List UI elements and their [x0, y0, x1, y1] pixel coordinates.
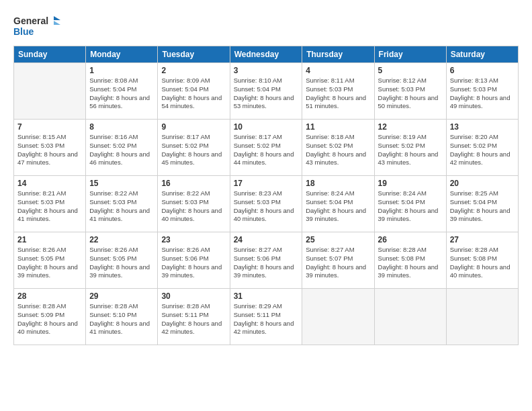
calendar-week-1: 1Sunrise: 8:08 AM Sunset: 5:04 PM Daylig… — [14, 63, 519, 120]
calendar-cell: 8Sunrise: 8:16 AM Sunset: 5:02 PM Daylig… — [86, 120, 158, 176]
calendar-cell: 25Sunrise: 8:27 AM Sunset: 5:07 PM Dayli… — [302, 232, 374, 289]
calendar-cell: 11Sunrise: 8:18 AM Sunset: 5:02 PM Dayli… — [302, 120, 374, 176]
day-info: Sunrise: 8:28 AM Sunset: 5:11 PM Dayligh… — [161, 302, 226, 336]
calendar-cell: 28Sunrise: 8:28 AM Sunset: 5:09 PM Dayli… — [14, 289, 86, 345]
day-info: Sunrise: 8:08 AM Sunset: 5:04 PM Dayligh… — [89, 77, 154, 111]
day-info: Sunrise: 8:23 AM Sunset: 5:03 PM Dayligh… — [234, 189, 299, 224]
day-number: 29 — [89, 291, 154, 301]
day-number: 12 — [378, 122, 443, 132]
calendar-cell: 19Sunrise: 8:24 AM Sunset: 5:04 PM Dayli… — [374, 176, 446, 232]
weekday-header-row: SundayMondayTuesdayWednesdayThursdayFrid… — [14, 46, 519, 63]
day-info: Sunrise: 8:16 AM Sunset: 5:02 PM Dayligh… — [89, 133, 154, 167]
day-info: Sunrise: 8:24 AM Sunset: 5:04 PM Dayligh… — [378, 189, 443, 224]
day-info: Sunrise: 8:27 AM Sunset: 5:07 PM Dayligh… — [306, 246, 370, 280]
day-number: 19 — [378, 179, 443, 188]
day-info: Sunrise: 8:28 AM Sunset: 5:08 PM Dayligh… — [450, 246, 515, 280]
day-number: 7 — [17, 122, 82, 132]
calendar-cell: 17Sunrise: 8:23 AM Sunset: 5:03 PM Dayli… — [230, 176, 302, 232]
calendar-cell: 7Sunrise: 8:15 AM Sunset: 5:03 PM Daylig… — [14, 120, 86, 176]
day-number: 11 — [306, 122, 370, 132]
day-number: 24 — [234, 235, 299, 244]
day-number: 3 — [234, 66, 299, 75]
day-number: 1 — [89, 66, 154, 75]
calendar-cell — [374, 289, 446, 345]
weekday-header-monday: Monday — [86, 46, 158, 63]
day-info: Sunrise: 8:20 AM Sunset: 5:02 PM Dayligh… — [450, 133, 515, 167]
weekday-header-friday: Friday — [374, 46, 446, 63]
day-info: Sunrise: 8:26 AM Sunset: 5:06 PM Dayligh… — [161, 246, 226, 280]
day-info: Sunrise: 8:25 AM Sunset: 5:04 PM Dayligh… — [450, 189, 515, 224]
day-info: Sunrise: 8:26 AM Sunset: 5:05 PM Dayligh… — [89, 246, 154, 280]
day-info: Sunrise: 8:15 AM Sunset: 5:03 PM Dayligh… — [17, 133, 82, 167]
calendar-cell: 29Sunrise: 8:28 AM Sunset: 5:10 PM Dayli… — [86, 289, 158, 345]
day-number: 26 — [378, 235, 443, 244]
day-number: 28 — [17, 291, 82, 301]
calendar-cell: 22Sunrise: 8:26 AM Sunset: 5:05 PM Dayli… — [86, 232, 158, 289]
calendar-cell: 26Sunrise: 8:28 AM Sunset: 5:08 PM Dayli… — [374, 232, 446, 289]
calendar-cell: 13Sunrise: 8:20 AM Sunset: 5:02 PM Dayli… — [446, 120, 518, 176]
day-number: 22 — [89, 235, 154, 244]
weekday-header-saturday: Saturday — [446, 46, 518, 63]
calendar-cell: 30Sunrise: 8:28 AM Sunset: 5:11 PM Dayli… — [158, 289, 230, 345]
svg-text:General: General — [13, 15, 48, 26]
day-number: 15 — [89, 179, 154, 188]
calendar-cell: 20Sunrise: 8:25 AM Sunset: 5:04 PM Dayli… — [446, 176, 518, 232]
calendar-week-2: 7Sunrise: 8:15 AM Sunset: 5:03 PM Daylig… — [14, 120, 519, 176]
day-number: 31 — [234, 291, 299, 301]
day-number: 4 — [306, 66, 370, 75]
day-info: Sunrise: 8:28 AM Sunset: 5:10 PM Dayligh… — [89, 302, 154, 336]
weekday-header-thursday: Thursday — [302, 46, 374, 63]
day-info: Sunrise: 8:22 AM Sunset: 5:03 PM Dayligh… — [89, 189, 154, 224]
day-number: 23 — [161, 235, 226, 244]
calendar-cell: 2Sunrise: 8:09 AM Sunset: 5:04 PM Daylig… — [158, 63, 230, 120]
calendar-cell: 9Sunrise: 8:17 AM Sunset: 5:02 PM Daylig… — [158, 120, 230, 176]
day-number: 30 — [161, 291, 226, 301]
day-info: Sunrise: 8:17 AM Sunset: 5:02 PM Dayligh… — [161, 133, 226, 167]
day-number: 17 — [234, 179, 299, 188]
day-info: Sunrise: 8:13 AM Sunset: 5:03 PM Dayligh… — [450, 77, 515, 111]
day-info: Sunrise: 8:29 AM Sunset: 5:11 PM Dayligh… — [234, 302, 299, 336]
day-info: Sunrise: 8:11 AM Sunset: 5:03 PM Dayligh… — [306, 77, 370, 111]
day-info: Sunrise: 8:27 AM Sunset: 5:06 PM Dayligh… — [234, 246, 299, 280]
day-number: 9 — [161, 122, 226, 132]
day-number: 21 — [17, 235, 82, 244]
day-number: 10 — [234, 122, 299, 132]
calendar-cell: 5Sunrise: 8:12 AM Sunset: 5:03 PM Daylig… — [374, 63, 446, 120]
day-info: Sunrise: 8:18 AM Sunset: 5:02 PM Dayligh… — [306, 133, 370, 167]
calendar-cell: 3Sunrise: 8:10 AM Sunset: 5:04 PM Daylig… — [230, 63, 302, 120]
day-number: 25 — [306, 235, 370, 244]
svg-marker-2 — [54, 21, 60, 25]
calendar-cell: 10Sunrise: 8:17 AM Sunset: 5:02 PM Dayli… — [230, 120, 302, 176]
day-info: Sunrise: 8:26 AM Sunset: 5:05 PM Dayligh… — [17, 246, 82, 280]
weekday-header-sunday: Sunday — [14, 46, 86, 63]
page: GeneralBlue SundayMondayTuesdayWednesday… — [0, 0, 532, 411]
day-info: Sunrise: 8:12 AM Sunset: 5:03 PM Dayligh… — [378, 77, 443, 111]
header: GeneralBlue — [13, 12, 519, 39]
calendar-cell: 1Sunrise: 8:08 AM Sunset: 5:04 PM Daylig… — [86, 63, 158, 120]
calendar-cell: 23Sunrise: 8:26 AM Sunset: 5:06 PM Dayli… — [158, 232, 230, 289]
day-number: 27 — [450, 235, 515, 244]
logo: GeneralBlue — [13, 12, 62, 39]
day-info: Sunrise: 8:19 AM Sunset: 5:02 PM Dayligh… — [378, 133, 443, 167]
day-number: 18 — [306, 179, 370, 188]
svg-text:Blue: Blue — [13, 26, 34, 37]
calendar-cell: 27Sunrise: 8:28 AM Sunset: 5:08 PM Dayli… — [446, 232, 518, 289]
day-info: Sunrise: 8:22 AM Sunset: 5:03 PM Dayligh… — [161, 189, 226, 224]
day-number: 13 — [450, 122, 515, 132]
day-number: 2 — [161, 66, 226, 75]
calendar-week-3: 14Sunrise: 8:21 AM Sunset: 5:03 PM Dayli… — [14, 176, 519, 232]
day-number: 5 — [378, 66, 443, 75]
day-number: 14 — [17, 179, 82, 188]
day-info: Sunrise: 8:24 AM Sunset: 5:04 PM Dayligh… — [306, 189, 370, 224]
day-number: 6 — [450, 66, 515, 75]
calendar-cell: 16Sunrise: 8:22 AM Sunset: 5:03 PM Dayli… — [158, 176, 230, 232]
calendar-cell — [302, 289, 374, 345]
calendar-table: SundayMondayTuesdayWednesdayThursdayFrid… — [13, 46, 519, 345]
calendar-week-4: 21Sunrise: 8:26 AM Sunset: 5:05 PM Dayli… — [14, 232, 519, 289]
calendar-cell — [446, 289, 518, 345]
calendar-cell: 12Sunrise: 8:19 AM Sunset: 5:02 PM Dayli… — [374, 120, 446, 176]
day-info: Sunrise: 8:09 AM Sunset: 5:04 PM Dayligh… — [161, 77, 226, 111]
day-number: 20 — [450, 179, 515, 188]
calendar-cell: 14Sunrise: 8:21 AM Sunset: 5:03 PM Dayli… — [14, 176, 86, 232]
calendar-cell: 6Sunrise: 8:13 AM Sunset: 5:03 PM Daylig… — [446, 63, 518, 120]
